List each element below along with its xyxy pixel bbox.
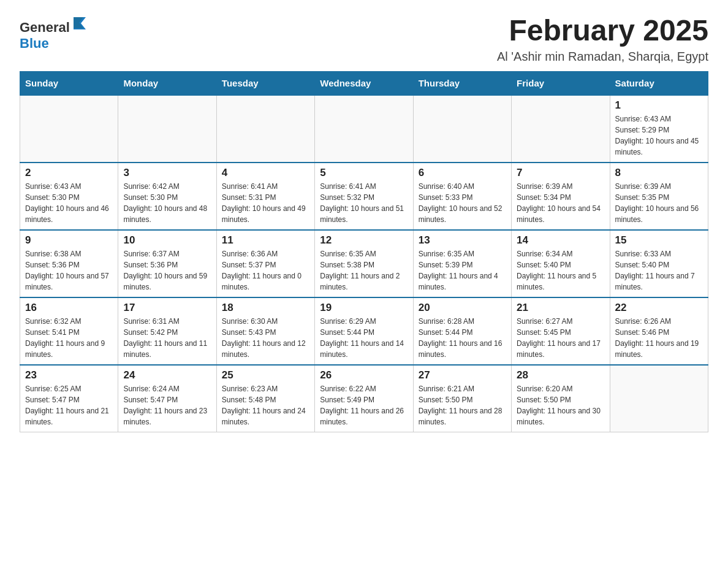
title-area: February 2025 Al 'Ashir min Ramadan, Sha… [497,15,708,64]
calendar-day-cell [512,95,610,163]
calendar-day-cell: 28Sunrise: 6:20 AMSunset: 5:50 PMDayligh… [512,365,610,432]
day-sun-info: Sunrise: 6:34 AMSunset: 5:40 PMDaylight:… [517,248,604,293]
day-of-week-header: Wednesday [315,71,413,95]
day-number: 25 [222,369,309,381]
calendar-day-cell [20,95,118,163]
day-sun-info: Sunrise: 6:28 AMSunset: 5:44 PMDaylight:… [419,316,506,360]
day-of-week-header: Monday [118,71,216,95]
calendar-day-cell: 15Sunrise: 6:33 AMSunset: 5:40 PMDayligh… [610,230,708,297]
day-sun-info: Sunrise: 6:40 AMSunset: 5:33 PMDaylight:… [419,181,506,225]
day-number: 9 [25,234,113,247]
day-sun-info: Sunrise: 6:33 AMSunset: 5:40 PMDaylight:… [615,248,703,293]
day-number: 19 [320,302,408,314]
day-sun-info: Sunrise: 6:31 AMSunset: 5:42 PMDaylight:… [123,316,211,360]
calendar-week-row: 16Sunrise: 6:32 AMSunset: 5:41 PMDayligh… [20,297,708,365]
day-number: 16 [25,302,113,314]
day-number: 1 [615,99,703,112]
page-header: General Blue February 2025 Al 'Ashir min… [20,15,708,64]
day-sun-info: Sunrise: 6:22 AMSunset: 5:49 PMDaylight:… [320,383,408,427]
logo: General Blue [20,15,88,52]
day-number: 21 [517,302,604,314]
calendar-day-cell: 14Sunrise: 6:34 AMSunset: 5:40 PMDayligh… [512,230,610,297]
calendar-day-cell [118,95,216,163]
calendar-day-cell: 20Sunrise: 6:28 AMSunset: 5:44 PMDayligh… [413,297,511,365]
location-subtitle: Al 'Ashir min Ramadan, Sharqia, Egypt [497,50,708,64]
calendar-day-cell: 11Sunrise: 6:36 AMSunset: 5:37 PMDayligh… [216,230,314,297]
logo-blue: Blue [20,36,49,51]
day-of-week-header: Saturday [610,71,708,95]
day-sun-info: Sunrise: 6:43 AMSunset: 5:30 PMDaylight:… [25,181,113,225]
day-sun-info: Sunrise: 6:37 AMSunset: 5:36 PMDaylight:… [123,248,211,293]
day-sun-info: Sunrise: 6:23 AMSunset: 5:48 PMDaylight:… [222,383,309,427]
day-number: 3 [123,167,211,179]
day-number: 20 [419,302,506,314]
calendar-day-cell: 26Sunrise: 6:22 AMSunset: 5:49 PMDayligh… [315,365,413,432]
calendar-day-cell: 9Sunrise: 6:38 AMSunset: 5:36 PMDaylight… [20,230,118,297]
day-sun-info: Sunrise: 6:43 AMSunset: 5:29 PMDaylight:… [615,113,703,158]
calendar-week-row: 1Sunrise: 6:43 AMSunset: 5:29 PMDaylight… [20,95,708,163]
day-sun-info: Sunrise: 6:41 AMSunset: 5:32 PMDaylight:… [320,181,408,225]
day-of-week-header: Thursday [413,71,511,95]
calendar-day-cell: 4Sunrise: 6:41 AMSunset: 5:31 PMDaylight… [216,163,314,230]
day-number: 4 [222,167,309,179]
day-of-week-header: Friday [512,71,610,95]
day-number: 14 [517,234,604,247]
calendar-day-cell: 13Sunrise: 6:35 AMSunset: 5:39 PMDayligh… [413,230,511,297]
day-sun-info: Sunrise: 6:24 AMSunset: 5:47 PMDaylight:… [123,383,211,427]
day-sun-info: Sunrise: 6:30 AMSunset: 5:43 PMDaylight:… [222,316,309,360]
day-sun-info: Sunrise: 6:21 AMSunset: 5:50 PMDaylight:… [419,383,506,427]
calendar-day-cell: 25Sunrise: 6:23 AMSunset: 5:48 PMDayligh… [216,365,314,432]
calendar-day-cell [610,365,708,432]
logo-flag-icon [71,15,88,32]
day-number: 17 [123,302,211,314]
day-of-week-header: Tuesday [216,71,314,95]
calendar-day-cell: 5Sunrise: 6:41 AMSunset: 5:32 PMDaylight… [315,163,413,230]
calendar-day-cell: 21Sunrise: 6:27 AMSunset: 5:45 PMDayligh… [512,297,610,365]
calendar-day-cell: 23Sunrise: 6:25 AMSunset: 5:47 PMDayligh… [20,365,118,432]
calendar-day-cell: 16Sunrise: 6:32 AMSunset: 5:41 PMDayligh… [20,297,118,365]
calendar-day-cell [413,95,511,163]
day-number: 5 [320,167,408,179]
logo-text: General Blue [20,15,88,52]
day-number: 15 [615,234,703,247]
calendar-day-cell [216,95,314,163]
calendar-week-row: 2Sunrise: 6:43 AMSunset: 5:30 PMDaylight… [20,163,708,230]
day-sun-info: Sunrise: 6:25 AMSunset: 5:47 PMDaylight:… [25,383,113,427]
day-sun-info: Sunrise: 6:27 AMSunset: 5:45 PMDaylight:… [517,316,604,360]
day-number: 13 [419,234,506,247]
day-sun-info: Sunrise: 6:42 AMSunset: 5:30 PMDaylight:… [123,181,211,225]
day-number: 12 [320,234,408,247]
calendar-day-cell [315,95,413,163]
calendar-day-cell: 24Sunrise: 6:24 AMSunset: 5:47 PMDayligh… [118,365,216,432]
logo-general: General [20,20,70,35]
day-sun-info: Sunrise: 6:39 AMSunset: 5:35 PMDaylight:… [615,181,703,225]
day-sun-info: Sunrise: 6:41 AMSunset: 5:31 PMDaylight:… [222,181,309,225]
calendar-day-cell: 22Sunrise: 6:26 AMSunset: 5:46 PMDayligh… [610,297,708,365]
calendar-day-cell: 7Sunrise: 6:39 AMSunset: 5:34 PMDaylight… [512,163,610,230]
calendar-table: SundayMondayTuesdayWednesdayThursdayFrid… [20,71,708,433]
calendar-day-cell: 10Sunrise: 6:37 AMSunset: 5:36 PMDayligh… [118,230,216,297]
calendar-day-cell: 17Sunrise: 6:31 AMSunset: 5:42 PMDayligh… [118,297,216,365]
calendar-week-row: 23Sunrise: 6:25 AMSunset: 5:47 PMDayligh… [20,365,708,432]
day-number: 8 [615,167,703,179]
day-sun-info: Sunrise: 6:32 AMSunset: 5:41 PMDaylight:… [25,316,113,360]
calendar-day-cell: 2Sunrise: 6:43 AMSunset: 5:30 PMDaylight… [20,163,118,230]
day-sun-info: Sunrise: 6:35 AMSunset: 5:38 PMDaylight:… [320,248,408,293]
day-number: 7 [517,167,604,179]
day-number: 6 [419,167,506,179]
calendar-day-cell: 18Sunrise: 6:30 AMSunset: 5:43 PMDayligh… [216,297,314,365]
calendar-day-cell: 3Sunrise: 6:42 AMSunset: 5:30 PMDaylight… [118,163,216,230]
month-title: February 2025 [497,15,708,47]
day-number: 28 [517,369,604,381]
calendar-header-row: SundayMondayTuesdayWednesdayThursdayFrid… [20,71,708,95]
day-number: 11 [222,234,309,247]
day-number: 10 [123,234,211,247]
day-sun-info: Sunrise: 6:35 AMSunset: 5:39 PMDaylight:… [419,248,506,293]
day-number: 22 [615,302,703,314]
day-number: 24 [123,369,211,381]
day-sun-info: Sunrise: 6:39 AMSunset: 5:34 PMDaylight:… [517,181,604,225]
day-sun-info: Sunrise: 6:20 AMSunset: 5:50 PMDaylight:… [517,383,604,427]
day-sun-info: Sunrise: 6:26 AMSunset: 5:46 PMDaylight:… [615,316,703,360]
day-number: 27 [419,369,506,381]
calendar-day-cell: 1Sunrise: 6:43 AMSunset: 5:29 PMDaylight… [610,95,708,163]
